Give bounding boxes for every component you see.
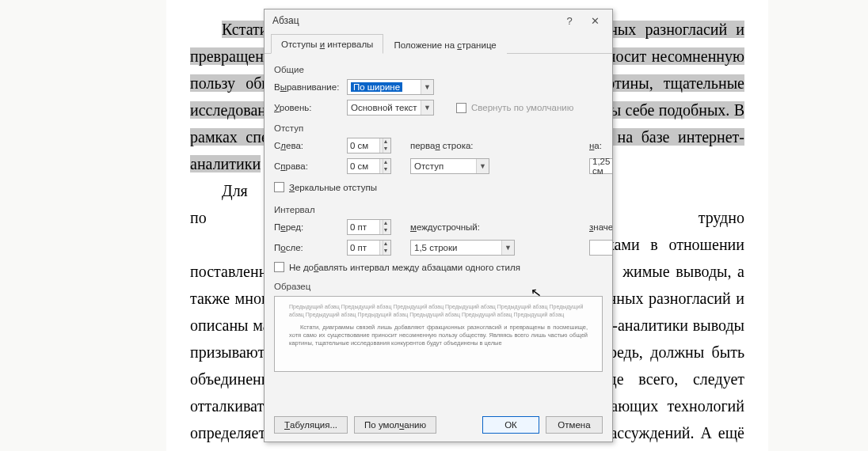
cancel-button[interactable]: Отмена	[546, 416, 603, 434]
collapse-checkbox: Свернуть по умолчанию	[456, 103, 599, 113]
tab-position[interactable]: Положение на странице	[383, 35, 506, 54]
preview-box: Предыдущий абзац Предыдущий абзац Предыд…	[274, 296, 603, 372]
alignment-combo[interactable]: По ширине ▼	[347, 79, 434, 95]
left-indent-label: Слева:	[274, 141, 342, 150]
left-indent-spinner[interactable]: 0 см ▲▼	[347, 138, 391, 153]
chevron-down-icon: ▼	[501, 241, 514, 255]
section-indent: Отступ	[274, 123, 603, 133]
section-interval: Интервал	[274, 205, 603, 214]
help-button[interactable]: ?	[557, 9, 582, 32]
level-label: Уровень:	[274, 103, 342, 112]
alignment-label: Выравнивание:	[274, 82, 342, 92]
before-spinner[interactable]: 0 пт ▲▼	[347, 219, 391, 235]
after-label: После:	[274, 243, 342, 252]
right-indent-spinner[interactable]: 0 см ▲▼	[347, 158, 391, 174]
right-indent-label: Справа:	[274, 161, 342, 171]
preview-gray: Предыдущий абзац Предыдущий абзац Предыд…	[289, 303, 588, 319]
tab-strip: Отступы и интервалы Положение на страниц…	[265, 32, 612, 54]
before-label: Перед:	[274, 222, 342, 232]
ok-button[interactable]: ОК	[482, 416, 539, 434]
at-label: значение:	[589, 222, 612, 232]
default-button[interactable]: По умолчанию	[354, 416, 436, 434]
dialog-titlebar[interactable]: Абзац ? ✕	[265, 9, 612, 32]
close-button[interactable]: ✕	[582, 9, 607, 32]
dialog-buttons: Табуляция... По умолчанию ОК Отмена	[265, 410, 612, 442]
section-general: Общие	[274, 65, 603, 74]
paragraph-dialog: Абзац ? ✕ Отступы и интервалы Положение …	[264, 9, 613, 442]
tab-indents-intervals[interactable]: Отступы и интервалы	[271, 34, 383, 54]
chevron-down-icon: ▼	[476, 159, 489, 173]
tabs-button[interactable]: Табуляция...	[274, 416, 348, 434]
chevron-down-icon: ▼	[421, 100, 433, 115]
section-preview: Образец	[274, 282, 603, 291]
after-spinner[interactable]: 0 пт ▲▼	[347, 240, 391, 256]
preview-body: Кстати, диаграммы связей лишь добавляют …	[289, 324, 588, 347]
line-spacing-at-spinner[interactable]: ▲▼	[589, 240, 612, 256]
mirror-indents-checkbox[interactable]: Зеркальные отступы	[274, 182, 377, 192]
dialog-content: Общие Выравнивание: По ширине ▼ Уровень:…	[265, 54, 612, 410]
firstline-by-spinner[interactable]: 1,25 см ▲▼	[589, 158, 612, 174]
firstline-combo[interactable]: Отступ ▼	[410, 158, 489, 174]
firstline-label: первая строка:	[410, 141, 497, 150]
doc-text: Для	[222, 182, 248, 199]
line-spacing-combo[interactable]: 1,5 строки ▼	[410, 240, 515, 256]
line-spacing-label: междустрочный:	[410, 222, 497, 232]
chevron-down-icon: ▼	[421, 80, 433, 94]
no-space-same-style-checkbox[interactable]: Не добавлять интервал между абзацами одн…	[274, 262, 520, 272]
by-label: на:	[589, 141, 612, 150]
level-combo[interactable]: Основной текст ▼	[347, 100, 434, 116]
dialog-title: Абзац	[272, 15, 299, 26]
